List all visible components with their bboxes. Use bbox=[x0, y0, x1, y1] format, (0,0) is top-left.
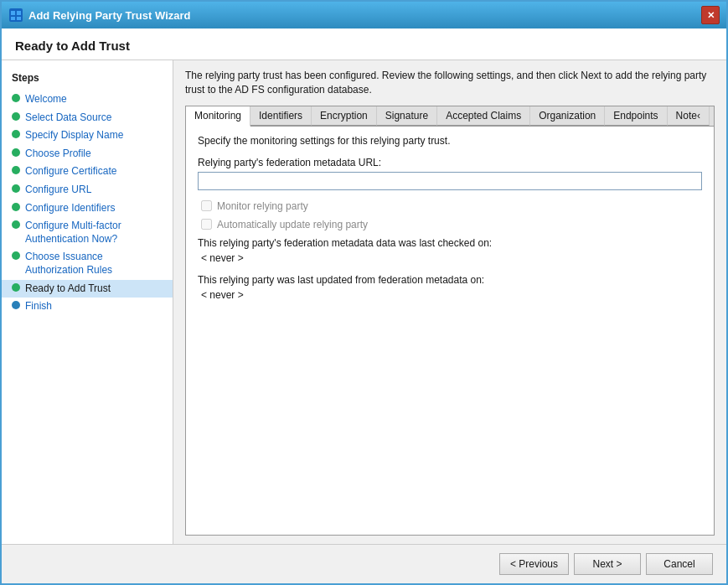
sidebar-item-choose-issuance[interactable]: Choose Issuance Authorization Rules bbox=[2, 248, 173, 279]
tab-identifiers[interactable]: Identifiers bbox=[250, 106, 312, 126]
title-bar: Add Relying Party Trust Wizard ✕ bbox=[2, 2, 726, 28]
auto-update-label: Automatically update relying party bbox=[217, 219, 368, 230]
page-header: Ready to Add Trust bbox=[2, 28, 726, 60]
page-title: Ready to Add Trust bbox=[15, 39, 713, 53]
step-dot-welcome bbox=[12, 94, 20, 102]
close-button[interactable]: ✕ bbox=[701, 6, 720, 24]
sidebar-item-select-data-source[interactable]: Select Data Source bbox=[2, 109, 173, 127]
sidebar-item-configure-certificate[interactable]: Configure Certificate bbox=[2, 163, 173, 181]
tab-bar: Monitoring Identifiers Encryption Signat… bbox=[186, 106, 714, 127]
step-dot-configure-certificate bbox=[12, 166, 20, 174]
next-button[interactable]: Next > bbox=[574, 553, 641, 575]
sidebar-item-welcome[interactable]: Welcome bbox=[2, 91, 173, 109]
svg-rect-4 bbox=[17, 17, 21, 20]
tab-notes[interactable]: Note‹ bbox=[668, 106, 710, 126]
step-dot-configure-mfa bbox=[12, 220, 20, 229]
intro-text: The relying party trust has been configu… bbox=[185, 69, 715, 97]
last-checked-section: This relying party's federation metadata… bbox=[198, 237, 702, 264]
svg-rect-1 bbox=[11, 11, 15, 15]
tab-next-button[interactable]: › bbox=[710, 106, 715, 126]
monitor-checkbox-row: Monitor relying party bbox=[198, 200, 702, 212]
last-updated-label: This relying party was last updated from… bbox=[198, 274, 702, 286]
cancel-button[interactable]: Cancel bbox=[646, 553, 713, 575]
monitor-checkbox-label: Monitor relying party bbox=[217, 200, 308, 212]
step-dot-finish bbox=[12, 301, 20, 309]
step-dot-specify-display-name bbox=[12, 130, 20, 138]
step-dot-choose-issuance bbox=[12, 251, 20, 260]
tab-organization[interactable]: Organization bbox=[530, 106, 605, 126]
footer: < Previous Next > Cancel bbox=[2, 544, 726, 583]
tab-monitoring[interactable]: Monitoring bbox=[186, 106, 250, 127]
window-body: Ready to Add Trust Steps Welcome Select … bbox=[2, 28, 726, 583]
sidebar-item-choose-profile[interactable]: Choose Profile bbox=[2, 145, 173, 163]
previous-button[interactable]: < Previous bbox=[499, 553, 569, 575]
svg-rect-2 bbox=[17, 11, 21, 15]
last-checked-value: < never > bbox=[198, 252, 702, 264]
tab-container: Monitoring Identifiers Encryption Signat… bbox=[185, 106, 715, 536]
main-window: Add Relying Party Trust Wizard ✕ Ready t… bbox=[0, 0, 728, 585]
tab-accepted-claims[interactable]: Accepted Claims bbox=[437, 106, 530, 126]
sidebar-item-configure-mfa[interactable]: Configure Multi-factor Authentication No… bbox=[2, 217, 173, 248]
step-dot-select-data-source bbox=[12, 112, 20, 121]
sidebar-item-ready-to-add[interactable]: Ready to Add Trust bbox=[2, 280, 173, 298]
content-area: Steps Welcome Select Data Source Specify… bbox=[2, 60, 726, 544]
tab-signature[interactable]: Signature bbox=[377, 106, 437, 126]
sidebar-item-finish[interactable]: Finish bbox=[2, 298, 173, 316]
sidebar-title: Steps bbox=[2, 69, 173, 91]
sidebar-item-specify-display-name[interactable]: Specify Display Name bbox=[2, 127, 173, 145]
tab-endpoints[interactable]: Endpoints bbox=[605, 106, 667, 126]
url-field-label: Relying party's federation metadata URL: bbox=[198, 157, 702, 168]
main-content: The relying party trust has been configu… bbox=[173, 60, 726, 544]
monitor-relying-party-checkbox[interactable] bbox=[201, 200, 212, 211]
tab-content-monitoring: Specify the monitoring settings for this… bbox=[186, 127, 714, 535]
sidebar: Steps Welcome Select Data Source Specify… bbox=[2, 60, 173, 544]
step-dot-configure-url bbox=[12, 184, 20, 193]
last-checked-label: This relying party's federation metadata… bbox=[198, 237, 702, 249]
step-dot-choose-profile bbox=[12, 148, 20, 157]
auto-update-checkbox-row: Automatically update relying party bbox=[198, 219, 702, 230]
monitoring-intro: Specify the monitoring settings for this… bbox=[198, 135, 702, 147]
last-updated-value: < never > bbox=[198, 289, 702, 301]
last-updated-section: This relying party was last updated from… bbox=[198, 274, 702, 301]
step-dot-ready-to-add bbox=[12, 283, 20, 292]
app-icon bbox=[8, 8, 23, 23]
step-dot-configure-identifiers bbox=[12, 203, 20, 211]
auto-update-checkbox[interactable] bbox=[201, 219, 212, 230]
sidebar-item-configure-identifiers[interactable]: Configure Identifiers bbox=[2, 199, 173, 218]
federation-metadata-url-input[interactable] bbox=[198, 172, 702, 190]
sidebar-item-configure-url[interactable]: Configure URL bbox=[2, 181, 173, 199]
svg-rect-3 bbox=[11, 17, 15, 20]
window-title: Add Relying Party Trust Wizard bbox=[28, 9, 190, 22]
tab-encryption[interactable]: Encryption bbox=[312, 106, 377, 126]
